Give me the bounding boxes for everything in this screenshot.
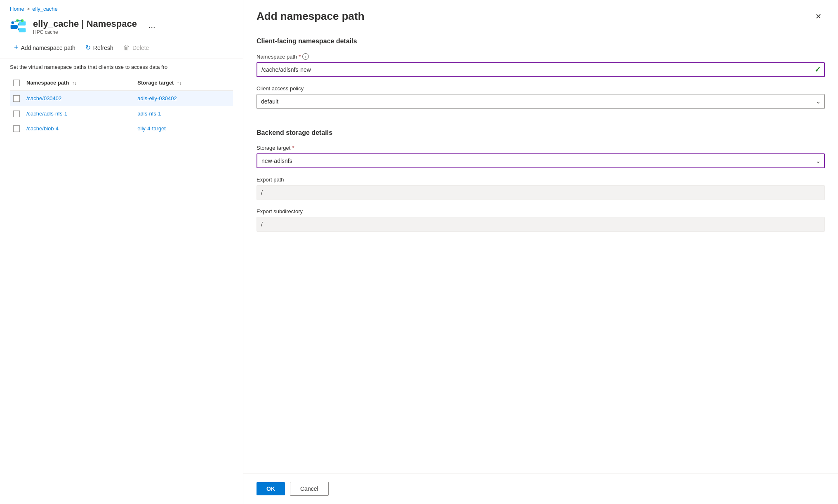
namespace-path-input-wrap: ✓ bbox=[257, 62, 825, 77]
section2-title: Backend storage details bbox=[257, 129, 825, 137]
storage-target-select[interactable]: new-adlsnfs adls-elly-030402 adls-nfs-1 … bbox=[257, 153, 825, 168]
client-access-policy-label: Client access policy bbox=[257, 85, 825, 92]
row-path-2: /cache/blob-4 bbox=[23, 121, 134, 137]
hpc-cache-icon bbox=[10, 19, 26, 35]
select-all-header bbox=[10, 75, 23, 91]
storage-target-label: Storage target * bbox=[257, 145, 825, 151]
export-subdirectory-value: / bbox=[257, 217, 825, 232]
row-path-0: /cache/030402 bbox=[23, 91, 134, 106]
svg-line-3 bbox=[17, 24, 19, 27]
namespace-path-sort-icon[interactable]: ↑↓ bbox=[72, 80, 77, 85]
table-row[interactable]: /cache/adls-nfs-1 adls-nfs-1 bbox=[10, 106, 233, 121]
delete-button[interactable]: 🗑 Delete bbox=[119, 42, 153, 54]
row-checkbox-cell bbox=[10, 121, 23, 137]
namespace-table: Namespace path ↑↓ Storage target ↑↓ /cac… bbox=[10, 75, 233, 136]
ok-button[interactable]: OK bbox=[257, 482, 285, 495]
table-body: /cache/030402 adls-elly-030402 /cache/ad… bbox=[10, 91, 233, 137]
namespace-path-group: Namespace path * i ✓ bbox=[257, 53, 825, 77]
delete-button-label: Delete bbox=[132, 45, 149, 51]
breadcrumb-current[interactable]: elly_cache bbox=[32, 6, 57, 12]
page-header: elly_cache | Namespace HPC cache ··· bbox=[0, 15, 243, 37]
table-row[interactable]: /cache/blob-4 elly-4-target bbox=[10, 121, 233, 137]
refresh-button[interactable]: ↻ Refresh bbox=[81, 41, 118, 54]
row-checkbox-2[interactable] bbox=[13, 125, 20, 132]
storage-target-required: * bbox=[292, 145, 294, 151]
namespace-path-required: * bbox=[299, 54, 301, 60]
drawer-body: Client-facing namespace details Namespac… bbox=[243, 29, 838, 473]
svg-rect-2 bbox=[19, 28, 26, 32]
row-path-1: /cache/adls-nfs-1 bbox=[23, 106, 134, 121]
row-storage-1: adls-nfs-1 bbox=[134, 106, 233, 121]
breadcrumb: Home > elly_cache bbox=[0, 0, 243, 15]
drawer-footer: OK Cancel bbox=[243, 473, 838, 504]
select-all-checkbox[interactable] bbox=[13, 80, 20, 86]
namespace-path-link-0[interactable]: /cache/030402 bbox=[26, 95, 61, 101]
export-subdirectory-label: Export subdirectory bbox=[257, 208, 825, 214]
close-icon: ✕ bbox=[815, 12, 822, 21]
row-checkbox-0[interactable] bbox=[13, 95, 20, 102]
refresh-icon: ↻ bbox=[85, 44, 91, 52]
namespace-description: Set the virtual namespace paths that cli… bbox=[0, 59, 243, 75]
storage-target-link-0[interactable]: adls-elly-030402 bbox=[137, 95, 177, 101]
add-icon: + bbox=[14, 43, 19, 52]
breadcrumb-separator: > bbox=[27, 6, 30, 12]
storage-target-link-2[interactable]: elly-4-target bbox=[137, 125, 166, 132]
namespace-path-link-2[interactable]: /cache/blob-4 bbox=[26, 125, 59, 132]
page-title: elly_cache | Namespace bbox=[33, 19, 137, 29]
storage-target-link-1[interactable]: adls-nfs-1 bbox=[137, 111, 161, 117]
storage-target-select-wrap: new-adlsnfs adls-elly-030402 adls-nfs-1 … bbox=[257, 153, 825, 168]
namespace-path-info-icon[interactable]: i bbox=[302, 53, 309, 60]
storage-target-header-label: Storage target bbox=[137, 80, 174, 86]
namespace-path-input[interactable] bbox=[257, 62, 825, 77]
storage-target-group: Storage target * new-adlsnfs adls-elly-0… bbox=[257, 145, 825, 168]
namespace-path-link-1[interactable]: /cache/adls-nfs-1 bbox=[26, 111, 67, 117]
row-checkbox-1[interactable] bbox=[13, 111, 20, 117]
export-path-label: Export path bbox=[257, 177, 825, 183]
add-button-label: Add namespace path bbox=[21, 45, 75, 51]
row-storage-0: adls-elly-030402 bbox=[134, 91, 233, 106]
namespace-path-label: Namespace path * i bbox=[257, 53, 825, 60]
namespace-path-header[interactable]: Namespace path ↑↓ bbox=[23, 75, 134, 91]
row-checkbox-cell bbox=[10, 106, 23, 121]
namespace-table-container: Namespace path ↑↓ Storage target ↑↓ /cac… bbox=[0, 75, 243, 504]
cancel-button[interactable]: Cancel bbox=[290, 482, 329, 496]
table-row[interactable]: /cache/030402 adls-elly-030402 bbox=[10, 91, 233, 106]
svg-line-4 bbox=[17, 27, 19, 30]
export-subdirectory-group: Export subdirectory / bbox=[257, 208, 825, 232]
refresh-button-label: Refresh bbox=[93, 45, 113, 51]
breadcrumb-home[interactable]: Home bbox=[10, 6, 24, 12]
page-subtitle: HPC cache bbox=[33, 29, 137, 35]
delete-icon: 🗑 bbox=[123, 44, 130, 52]
export-path-group: Export path / bbox=[257, 177, 825, 200]
table-header-row: Namespace path ↑↓ Storage target ↑↓ bbox=[10, 75, 233, 91]
drawer-header: Add namespace path ✕ bbox=[243, 0, 838, 29]
svg-rect-0 bbox=[11, 25, 18, 29]
client-access-policy-group: Client access policy default custom ⌄ bbox=[257, 85, 825, 109]
toolbar: + Add namespace path ↻ Refresh 🗑 Delete bbox=[0, 37, 243, 59]
drawer-title: Add namespace path bbox=[257, 10, 365, 23]
client-access-policy-select-wrap: default custom ⌄ bbox=[257, 94, 825, 109]
storage-target-header[interactable]: Storage target ↑↓ bbox=[134, 75, 233, 91]
export-path-value: / bbox=[257, 185, 825, 200]
section-divider bbox=[257, 119, 825, 119]
namespace-path-checkmark: ✓ bbox=[814, 65, 821, 74]
close-drawer-button[interactable]: ✕ bbox=[812, 10, 825, 23]
add-namespace-drawer: Add namespace path ✕ Client-facing names… bbox=[243, 0, 838, 504]
section1-title: Client-facing namespace details bbox=[257, 38, 825, 45]
row-storage-2: elly-4-target bbox=[134, 121, 233, 137]
more-options-button[interactable]: ··· bbox=[145, 21, 159, 33]
add-namespace-path-button[interactable]: + Add namespace path bbox=[10, 41, 80, 54]
storage-target-sort-icon[interactable]: ↑↓ bbox=[177, 80, 181, 85]
namespace-path-header-label: Namespace path bbox=[26, 80, 69, 86]
row-checkbox-cell bbox=[10, 91, 23, 106]
client-access-policy-select[interactable]: default custom bbox=[257, 94, 825, 109]
